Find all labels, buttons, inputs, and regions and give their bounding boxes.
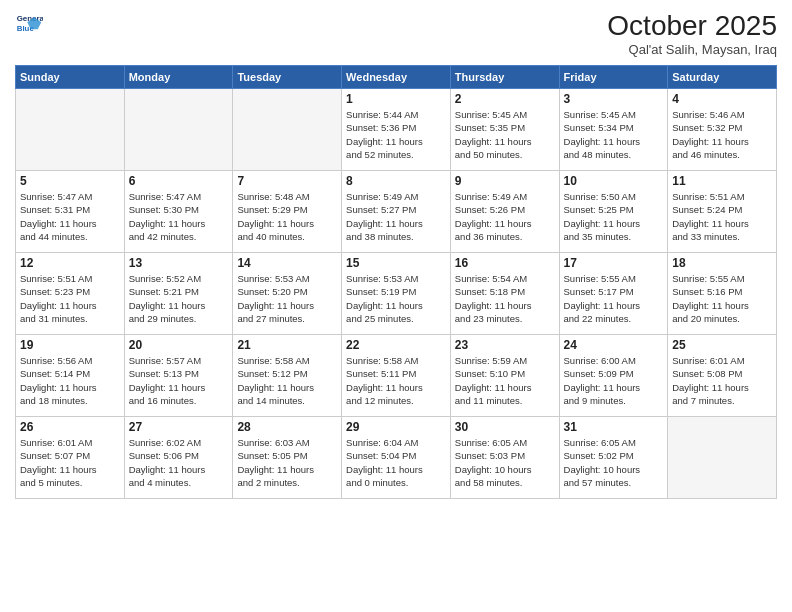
- day-cell: 13Sunrise: 5:52 AM Sunset: 5:21 PM Dayli…: [124, 253, 233, 335]
- day-info: Sunrise: 5:55 AM Sunset: 5:17 PM Dayligh…: [564, 272, 664, 325]
- title-block: October 2025 Qal'at Salih, Maysan, Iraq: [607, 10, 777, 57]
- day-cell: [668, 417, 777, 499]
- day-info: Sunrise: 6:00 AM Sunset: 5:09 PM Dayligh…: [564, 354, 664, 407]
- day-info: Sunrise: 6:04 AM Sunset: 5:04 PM Dayligh…: [346, 436, 446, 489]
- col-header-tuesday: Tuesday: [233, 66, 342, 89]
- day-number: 25: [672, 338, 772, 352]
- day-cell: 8Sunrise: 5:49 AM Sunset: 5:27 PM Daylig…: [342, 171, 451, 253]
- page: General Blue October 2025 Qal'at Salih, …: [0, 0, 792, 612]
- day-info: Sunrise: 5:51 AM Sunset: 5:23 PM Dayligh…: [20, 272, 120, 325]
- day-info: Sunrise: 5:58 AM Sunset: 5:12 PM Dayligh…: [237, 354, 337, 407]
- day-cell: 27Sunrise: 6:02 AM Sunset: 5:06 PM Dayli…: [124, 417, 233, 499]
- day-cell: 17Sunrise: 5:55 AM Sunset: 5:17 PM Dayli…: [559, 253, 668, 335]
- day-cell: 20Sunrise: 5:57 AM Sunset: 5:13 PM Dayli…: [124, 335, 233, 417]
- week-row-2: 12Sunrise: 5:51 AM Sunset: 5:23 PM Dayli…: [16, 253, 777, 335]
- day-cell: 4Sunrise: 5:46 AM Sunset: 5:32 PM Daylig…: [668, 89, 777, 171]
- day-info: Sunrise: 5:46 AM Sunset: 5:32 PM Dayligh…: [672, 108, 772, 161]
- day-cell: 19Sunrise: 5:56 AM Sunset: 5:14 PM Dayli…: [16, 335, 125, 417]
- day-cell: 3Sunrise: 5:45 AM Sunset: 5:34 PM Daylig…: [559, 89, 668, 171]
- day-number: 6: [129, 174, 229, 188]
- day-cell: 6Sunrise: 5:47 AM Sunset: 5:30 PM Daylig…: [124, 171, 233, 253]
- day-cell: 12Sunrise: 5:51 AM Sunset: 5:23 PM Dayli…: [16, 253, 125, 335]
- day-info: Sunrise: 6:05 AM Sunset: 5:02 PM Dayligh…: [564, 436, 664, 489]
- day-info: Sunrise: 5:57 AM Sunset: 5:13 PM Dayligh…: [129, 354, 229, 407]
- day-number: 10: [564, 174, 664, 188]
- day-cell: 2Sunrise: 5:45 AM Sunset: 5:35 PM Daylig…: [450, 89, 559, 171]
- day-cell: 1Sunrise: 5:44 AM Sunset: 5:36 PM Daylig…: [342, 89, 451, 171]
- day-info: Sunrise: 6:03 AM Sunset: 5:05 PM Dayligh…: [237, 436, 337, 489]
- day-cell: 24Sunrise: 6:00 AM Sunset: 5:09 PM Dayli…: [559, 335, 668, 417]
- day-number: 2: [455, 92, 555, 106]
- day-cell: 25Sunrise: 6:01 AM Sunset: 5:08 PM Dayli…: [668, 335, 777, 417]
- day-info: Sunrise: 5:48 AM Sunset: 5:29 PM Dayligh…: [237, 190, 337, 243]
- day-info: Sunrise: 5:50 AM Sunset: 5:25 PM Dayligh…: [564, 190, 664, 243]
- day-cell: 10Sunrise: 5:50 AM Sunset: 5:25 PM Dayli…: [559, 171, 668, 253]
- col-header-monday: Monday: [124, 66, 233, 89]
- day-info: Sunrise: 6:05 AM Sunset: 5:03 PM Dayligh…: [455, 436, 555, 489]
- day-info: Sunrise: 5:51 AM Sunset: 5:24 PM Dayligh…: [672, 190, 772, 243]
- week-row-3: 19Sunrise: 5:56 AM Sunset: 5:14 PM Dayli…: [16, 335, 777, 417]
- day-info: Sunrise: 5:56 AM Sunset: 5:14 PM Dayligh…: [20, 354, 120, 407]
- day-info: Sunrise: 6:01 AM Sunset: 5:07 PM Dayligh…: [20, 436, 120, 489]
- day-info: Sunrise: 5:49 AM Sunset: 5:26 PM Dayligh…: [455, 190, 555, 243]
- day-number: 21: [237, 338, 337, 352]
- calendar-header-row: SundayMondayTuesdayWednesdayThursdayFrid…: [16, 66, 777, 89]
- day-info: Sunrise: 5:45 AM Sunset: 5:34 PM Dayligh…: [564, 108, 664, 161]
- header: General Blue October 2025 Qal'at Salih, …: [15, 10, 777, 57]
- col-header-friday: Friday: [559, 66, 668, 89]
- day-info: Sunrise: 5:53 AM Sunset: 5:20 PM Dayligh…: [237, 272, 337, 325]
- day-number: 12: [20, 256, 120, 270]
- day-number: 18: [672, 256, 772, 270]
- day-number: 30: [455, 420, 555, 434]
- day-info: Sunrise: 5:45 AM Sunset: 5:35 PM Dayligh…: [455, 108, 555, 161]
- day-cell: 14Sunrise: 5:53 AM Sunset: 5:20 PM Dayli…: [233, 253, 342, 335]
- day-cell: 21Sunrise: 5:58 AM Sunset: 5:12 PM Dayli…: [233, 335, 342, 417]
- day-cell: 9Sunrise: 5:49 AM Sunset: 5:26 PM Daylig…: [450, 171, 559, 253]
- logo: General Blue: [15, 10, 43, 38]
- day-number: 29: [346, 420, 446, 434]
- day-number: 17: [564, 256, 664, 270]
- day-number: 9: [455, 174, 555, 188]
- day-info: Sunrise: 5:55 AM Sunset: 5:16 PM Dayligh…: [672, 272, 772, 325]
- day-cell: 15Sunrise: 5:53 AM Sunset: 5:19 PM Dayli…: [342, 253, 451, 335]
- day-number: 20: [129, 338, 229, 352]
- day-number: 19: [20, 338, 120, 352]
- month-title: October 2025: [607, 10, 777, 42]
- day-cell: 16Sunrise: 5:54 AM Sunset: 5:18 PM Dayli…: [450, 253, 559, 335]
- day-cell: 30Sunrise: 6:05 AM Sunset: 5:03 PM Dayli…: [450, 417, 559, 499]
- day-cell: 22Sunrise: 5:58 AM Sunset: 5:11 PM Dayli…: [342, 335, 451, 417]
- day-info: Sunrise: 5:54 AM Sunset: 5:18 PM Dayligh…: [455, 272, 555, 325]
- day-info: Sunrise: 5:52 AM Sunset: 5:21 PM Dayligh…: [129, 272, 229, 325]
- day-info: Sunrise: 5:44 AM Sunset: 5:36 PM Dayligh…: [346, 108, 446, 161]
- day-number: 16: [455, 256, 555, 270]
- subtitle: Qal'at Salih, Maysan, Iraq: [607, 42, 777, 57]
- day-number: 27: [129, 420, 229, 434]
- week-row-0: 1Sunrise: 5:44 AM Sunset: 5:36 PM Daylig…: [16, 89, 777, 171]
- day-number: 14: [237, 256, 337, 270]
- day-number: 11: [672, 174, 772, 188]
- day-number: 15: [346, 256, 446, 270]
- day-info: Sunrise: 5:49 AM Sunset: 5:27 PM Dayligh…: [346, 190, 446, 243]
- day-info: Sunrise: 6:02 AM Sunset: 5:06 PM Dayligh…: [129, 436, 229, 489]
- day-number: 23: [455, 338, 555, 352]
- day-number: 31: [564, 420, 664, 434]
- col-header-sunday: Sunday: [16, 66, 125, 89]
- day-number: 26: [20, 420, 120, 434]
- day-cell: 23Sunrise: 5:59 AM Sunset: 5:10 PM Dayli…: [450, 335, 559, 417]
- day-number: 22: [346, 338, 446, 352]
- day-number: 5: [20, 174, 120, 188]
- col-header-saturday: Saturday: [668, 66, 777, 89]
- day-cell: 5Sunrise: 5:47 AM Sunset: 5:31 PM Daylig…: [16, 171, 125, 253]
- day-number: 8: [346, 174, 446, 188]
- day-cell: 28Sunrise: 6:03 AM Sunset: 5:05 PM Dayli…: [233, 417, 342, 499]
- col-header-wednesday: Wednesday: [342, 66, 451, 89]
- day-cell: 26Sunrise: 6:01 AM Sunset: 5:07 PM Dayli…: [16, 417, 125, 499]
- col-header-thursday: Thursday: [450, 66, 559, 89]
- day-cell: 18Sunrise: 5:55 AM Sunset: 5:16 PM Dayli…: [668, 253, 777, 335]
- day-number: 1: [346, 92, 446, 106]
- day-info: Sunrise: 5:53 AM Sunset: 5:19 PM Dayligh…: [346, 272, 446, 325]
- calendar-table: SundayMondayTuesdayWednesdayThursdayFrid…: [15, 65, 777, 499]
- day-number: 13: [129, 256, 229, 270]
- day-number: 4: [672, 92, 772, 106]
- day-info: Sunrise: 5:58 AM Sunset: 5:11 PM Dayligh…: [346, 354, 446, 407]
